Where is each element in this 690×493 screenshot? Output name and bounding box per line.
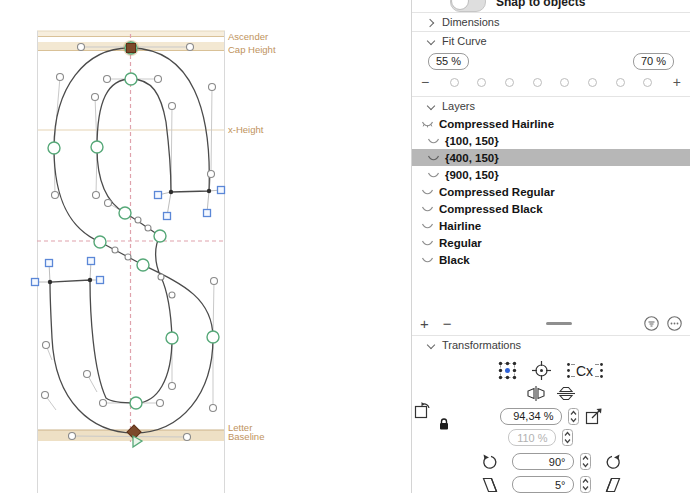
layer-row[interactable]: Regular: [412, 234, 690, 251]
eye-icon[interactable]: [427, 137, 440, 145]
rotate-field[interactable]: 90°: [512, 453, 574, 470]
fit-curve-step[interactable]: [505, 78, 514, 87]
proportion-lock-icon[interactable]: [438, 417, 450, 431]
fit-curve-minus-button[interactable]: −: [419, 75, 431, 89]
eye-icon[interactable]: [421, 205, 434, 213]
fit-curve-label: Fit Curve: [442, 35, 487, 47]
layer-row[interactable]: Compressed Black: [412, 200, 690, 217]
inspector-panel: Snap to objects Dimensions Fit Curve 55 …: [411, 0, 690, 493]
layer-row[interactable]: Compressed Hairline: [412, 115, 690, 132]
scale-y-field[interactable]: 110 %: [508, 429, 556, 446]
add-layer-button[interactable]: +: [420, 316, 429, 331]
skew-left-icon[interactable]: [482, 477, 498, 493]
layer-row-selected[interactable]: {400, 150}: [412, 149, 690, 166]
chevron-right-icon: [427, 19, 434, 26]
eye-icon[interactable]: [427, 171, 440, 179]
fit-curve-step[interactable]: [450, 78, 459, 87]
snap-to-objects-row[interactable]: Snap to objects: [412, 0, 690, 12]
rotate-cw-icon[interactable]: [605, 454, 622, 470]
layer-name: {400, 150}: [445, 152, 499, 164]
flip-vertical-icon[interactable]: [556, 386, 576, 401]
stepper-control[interactable]: [562, 429, 573, 446]
layer-name: {100, 150}: [445, 135, 499, 147]
glyph-edit-canvas[interactable]: Ascender Cap Height x-Height Letter Base…: [0, 0, 411, 493]
fit-curve-step[interactable]: [533, 78, 542, 87]
transform-origin-grid-icon[interactable]: [498, 361, 517, 380]
scale-restore-icon[interactable]: [414, 401, 432, 419]
stepper-control[interactable]: [568, 408, 579, 425]
handle-lines: [45, 47, 214, 437]
selected-top-node[interactable]: [123, 40, 139, 56]
flip-horizontal-icon[interactable]: [526, 386, 546, 401]
section-fit-curve[interactable]: Fit Curve: [412, 32, 690, 50]
layer-name: Black: [439, 254, 470, 266]
fit-curve-step[interactable]: [643, 78, 652, 87]
dimensions-label: Dimensions: [442, 16, 499, 28]
selected-handles[interactable]: [32, 187, 225, 286]
offcurve-handles[interactable]: [42, 44, 218, 441]
layer-name: Compressed Black: [439, 203, 543, 215]
fit-curve-step[interactable]: [616, 78, 625, 87]
skew-right-icon[interactable]: [605, 477, 621, 493]
corner-nodes: [48, 189, 211, 284]
skew-field[interactable]: 5°: [512, 476, 574, 493]
layers-empty-area: [412, 268, 690, 311]
eye-icon[interactable]: [421, 239, 434, 247]
layer-row[interactable]: {900, 150}: [412, 166, 690, 183]
fit-curve-min-field[interactable]: 55 %: [428, 53, 469, 70]
x-height-label: x-Height: [228, 124, 264, 135]
layer-row[interactable]: {100, 150}: [412, 132, 690, 149]
layer-name: {900, 150}: [445, 169, 499, 181]
layer-name: Hairline: [439, 220, 481, 232]
remove-layer-button[interactable]: −: [443, 316, 452, 331]
section-transformations[interactable]: Transformations: [412, 336, 690, 354]
transformations-label: Transformations: [442, 339, 521, 351]
chevron-down-icon: [427, 38, 434, 45]
transform-crosshair-icon[interactable]: [531, 360, 552, 381]
scale-expand-icon[interactable]: [585, 407, 603, 425]
section-dimensions[interactable]: Dimensions: [412, 13, 690, 31]
transform-reference-cx-icon[interactable]: Cx: [566, 361, 604, 380]
filter-icon[interactable]: [644, 316, 659, 331]
cap-height-label: Cap Height: [228, 44, 276, 55]
svg-text:Cx: Cx: [576, 363, 593, 379]
rotate-ccw-icon[interactable]: [481, 454, 498, 470]
eye-icon[interactable]: [421, 256, 434, 264]
section-layers[interactable]: Layers: [412, 97, 690, 115]
fit-curve-steps: − +: [412, 72, 690, 96]
chevron-down-icon: [427, 342, 434, 349]
stepper-control[interactable]: [580, 453, 591, 470]
scale-x-field[interactable]: 94,34 %: [500, 408, 562, 425]
fit-curve-step[interactable]: [560, 78, 569, 87]
more-options-icon[interactable]: [667, 316, 682, 331]
fit-curve-step[interactable]: [477, 78, 486, 87]
stepper-control[interactable]: [580, 476, 591, 493]
snap-label: Snap to objects: [496, 0, 585, 9]
layer-name: Compressed Regular: [439, 186, 555, 198]
eye-icon[interactable]: [421, 222, 434, 230]
baseline-label: Baseline: [228, 431, 264, 442]
layers-label: Layers: [442, 100, 475, 112]
eye-icon[interactable]: [427, 154, 440, 162]
layer-row[interactable]: Black: [412, 251, 690, 268]
panel-resize-handle[interactable]: [546, 322, 572, 325]
snap-toggle[interactable]: [450, 0, 486, 12]
toggle-knob: [451, 0, 469, 10]
ascender-label: Ascender: [228, 31, 268, 42]
layer-name: Compressed Hairline: [439, 118, 554, 130]
fit-curve-plus-button[interactable]: +: [671, 75, 683, 89]
layer-row[interactable]: Compressed Regular: [412, 183, 690, 200]
fit-curve-max-field[interactable]: 70 %: [633, 53, 674, 70]
layer-row[interactable]: Hairline: [412, 217, 690, 234]
chevron-down-icon: [427, 103, 434, 110]
fit-curve-step[interactable]: [588, 78, 597, 87]
layer-name: Regular: [439, 237, 482, 249]
eye-icon[interactable]: [421, 188, 434, 196]
eye-icon[interactable]: [421, 120, 434, 128]
